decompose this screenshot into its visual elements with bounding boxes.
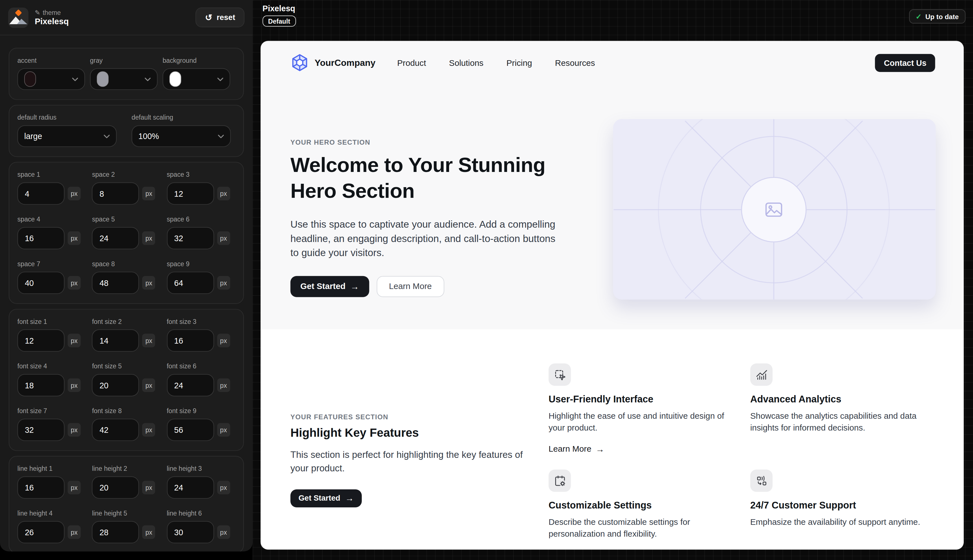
default-scaling-label: default scaling: [132, 113, 231, 121]
space-8-input[interactable]: [92, 272, 139, 294]
line-height-3-input[interactable]: [167, 477, 214, 498]
chevron-down-icon: [145, 77, 151, 81]
feature-description: Describe the customizable settings for p…: [548, 516, 734, 540]
features-section: YOUR FEATURES SECTION Highlight Key Feat…: [261, 329, 964, 549]
px-unit-badge: px: [68, 187, 80, 200]
contact-us-button[interactable]: Contact Us: [875, 54, 935, 72]
space-5-label: space 5: [92, 215, 160, 223]
font-size-1-input[interactable]: [17, 329, 65, 352]
site-preview-card: YourCompany Product Solutions Pricing Re…: [261, 41, 964, 549]
accent-color-select[interactable]: [17, 68, 85, 90]
default-radius-select[interactable]: large: [17, 125, 117, 147]
space-4-field: space 4 px: [17, 215, 86, 249]
features-get-started-button[interactable]: Get Started →: [290, 489, 362, 507]
line-height-4-input[interactable]: [17, 521, 65, 543]
features-eyebrow: YOUR FEATURES SECTION: [290, 413, 551, 420]
features-description: This section is perfect for highlighting…: [290, 448, 542, 475]
preview-title: Pixelesq: [262, 4, 295, 13]
space-4-input[interactable]: [17, 227, 65, 249]
learn-more-button[interactable]: Learn More: [376, 276, 444, 297]
nav-item-product[interactable]: Product: [397, 58, 426, 67]
feature-learn-more-link[interactable]: Learn More →: [548, 444, 738, 453]
space-8-field: space 8 px: [92, 260, 160, 294]
px-unit-badge: px: [217, 187, 230, 200]
feature-card-settings: Customizable Settings Describe the custo…: [548, 469, 738, 540]
px-unit-badge: px: [142, 187, 155, 200]
font-size-4-field: font size 4 px: [17, 362, 86, 396]
line-heights-card: line height 1 px line height 2 px line h…: [9, 456, 244, 551]
space-2-input[interactable]: [92, 182, 139, 205]
px-unit-badge: px: [217, 378, 230, 392]
space-9-field: space 9 px: [167, 260, 235, 294]
px-unit-badge: px: [217, 231, 230, 245]
line-height-6-input[interactable]: [167, 521, 214, 543]
px-unit-badge: px: [68, 334, 80, 347]
nav-item-resources[interactable]: Resources: [555, 58, 595, 67]
nav-item-pricing[interactable]: Pricing: [506, 58, 532, 67]
line-height-2-input[interactable]: [92, 477, 139, 498]
space-6-input[interactable]: [167, 227, 214, 249]
space-7-label: space 7: [17, 260, 86, 267]
brand-name: YourCompany: [314, 58, 375, 68]
space-9-input[interactable]: [167, 272, 214, 294]
space-1-input[interactable]: [17, 182, 65, 205]
font-size-3-input[interactable]: [167, 329, 214, 352]
chevron-down-icon: [72, 77, 78, 81]
font-size-5-input[interactable]: [92, 374, 139, 396]
font-size-6-input[interactable]: [167, 374, 214, 396]
feature-title: 24/7 Customer Support: [750, 500, 940, 511]
nav-item-solutions[interactable]: Solutions: [449, 58, 483, 67]
features-copy: YOUR FEATURES SECTION Highlight Key Feat…: [290, 413, 551, 507]
space-1-label: space 1: [17, 170, 86, 178]
line-height-4-label: line height 4: [17, 509, 86, 517]
arrow-right-icon: →: [345, 493, 354, 502]
feature-description: Highlight the ease of use and intuitive …: [548, 410, 734, 433]
px-unit-badge: px: [217, 423, 230, 437]
reset-button[interactable]: ↺ reset: [196, 7, 244, 27]
line-height-3-field: line height 3 px: [167, 465, 235, 498]
space-3-input[interactable]: [167, 182, 214, 205]
support-handoff-icon: [750, 469, 773, 492]
feature-card-support: 24/7 Customer Support Emphasize the avai…: [750, 469, 940, 528]
line-height-5-label: line height 5: [92, 509, 160, 517]
get-started-button[interactable]: Get Started →: [290, 276, 369, 297]
space-5-input[interactable]: [92, 227, 139, 249]
font-size-9-field: font size 9 px: [167, 407, 235, 441]
line-height-5-input[interactable]: [92, 521, 139, 543]
variant-badge[interactable]: Default: [262, 15, 295, 27]
font-size-5-field: font size 5 px: [92, 362, 160, 396]
font-size-4-input[interactable]: [17, 374, 65, 396]
space-3-field: space 3 px: [167, 170, 235, 205]
sidebar-title-block: ✎ theme Pixelesq: [35, 8, 196, 27]
background-color-select[interactable]: [162, 68, 230, 90]
line-height-1-input[interactable]: [17, 477, 65, 498]
font-size-8-input[interactable]: [92, 419, 139, 441]
background-label: background: [162, 57, 230, 64]
site-brand[interactable]: YourCompany: [290, 53, 376, 72]
sidebar-content: accent gray backgrou: [0, 35, 252, 552]
line-height-1-field: line height 1 px: [17, 465, 86, 498]
px-unit-badge: px: [142, 423, 155, 437]
feature-title: User-Friendly Interface: [548, 394, 738, 405]
hero-copy: YOUR HERO SECTION Welcome to Your Stunni…: [290, 138, 567, 297]
space-2-label: space 2: [92, 170, 160, 178]
gray-color-select[interactable]: [90, 68, 158, 90]
gray-label: gray: [90, 57, 158, 64]
spaces-card: space 1 px space 2 px space 3 px space 4…: [9, 162, 244, 304]
theme-label: theme: [43, 8, 61, 17]
font-size-4-label: font size 4: [17, 362, 86, 370]
font-size-7-input[interactable]: [17, 419, 65, 441]
default-radius-label: default radius: [17, 113, 117, 121]
theme-label-row: ✎ theme: [35, 8, 196, 17]
chevron-down-icon: [218, 134, 224, 138]
default-scaling-select[interactable]: 100%: [132, 125, 231, 147]
font-size-2-input[interactable]: [92, 329, 139, 352]
gray-color-field: gray: [90, 57, 158, 90]
feature-title: Advanced Analytics: [750, 394, 940, 405]
font-size-9-input[interactable]: [167, 419, 214, 441]
background-swatch: [170, 71, 181, 87]
space-7-input[interactable]: [17, 272, 65, 294]
font-size-2-label: font size 2: [92, 317, 160, 325]
font-size-9-label: font size 9: [167, 407, 235, 414]
px-unit-badge: px: [142, 525, 155, 539]
